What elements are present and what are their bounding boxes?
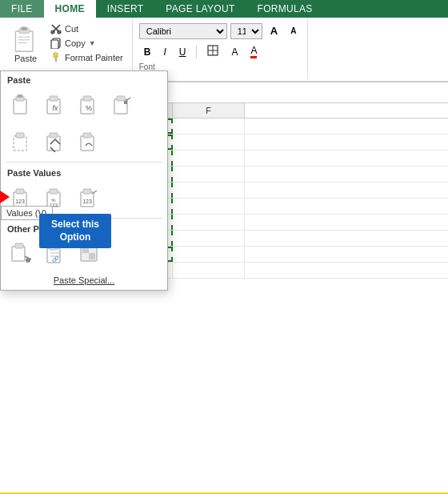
paste-label: Paste xyxy=(14,54,37,63)
cell-f27[interactable] xyxy=(173,118,245,134)
svg-rect-30 xyxy=(14,136,26,151)
col-header-f[interactable]: F xyxy=(173,103,245,118)
font-name-select[interactable]: Calibri xyxy=(139,23,227,39)
cell-f-extra3[interactable] xyxy=(173,247,245,262)
cut-label: Cut xyxy=(65,24,78,34)
svg-rect-13 xyxy=(55,58,57,62)
svg-rect-33 xyxy=(50,133,58,138)
paste-btn-link[interactable] xyxy=(73,125,105,157)
red-arrow-indicator xyxy=(0,191,10,203)
copy-button[interactable]: Copy ▼ xyxy=(48,37,126,50)
italic-button[interactable]: I xyxy=(158,44,170,60)
copy-dropdown-arrow[interactable]: ▼ xyxy=(89,39,96,47)
underline-button[interactable]: U xyxy=(174,44,191,60)
svg-rect-24 xyxy=(83,96,91,101)
svg-text:123: 123 xyxy=(82,199,92,204)
paste-btn-other-1[interactable] xyxy=(6,237,38,269)
paste-icons-row-2 xyxy=(1,123,167,160)
svg-rect-12 xyxy=(54,53,58,58)
bold-button[interactable]: B xyxy=(139,44,156,60)
paste-btn-values-3[interactable]: 123 xyxy=(73,181,105,213)
svg-rect-11 xyxy=(51,40,58,49)
paste-btn-5[interactable] xyxy=(6,125,38,157)
paste-values-title: Paste Values xyxy=(1,164,167,179)
svg-rect-2 xyxy=(22,27,27,31)
paste-dropdown: Paste fx % xyxy=(0,70,168,291)
cell-f28[interactable] xyxy=(173,135,245,150)
svg-rect-34 xyxy=(81,136,94,151)
paste-icons-row-1: fx % xyxy=(1,86,167,123)
clipboard-group-row: Paste Cut Copy ▼ Format Painter xyxy=(6,22,126,76)
clipboard-small-btns: Cut Copy ▼ Format Painter xyxy=(45,22,126,64)
svg-rect-29 xyxy=(124,101,127,104)
paste-btn-1[interactable] xyxy=(6,88,38,120)
tab-file[interactable]: FILE xyxy=(0,0,44,18)
tab-home[interactable]: HOME xyxy=(44,0,96,18)
copy-label: Copy xyxy=(65,38,86,48)
cell-f32[interactable] xyxy=(173,199,245,214)
paste-btn-transpose[interactable] xyxy=(39,125,71,157)
tab-page-layout[interactable]: PAGE LAYOUT xyxy=(154,0,246,18)
paste-section-title: Paste xyxy=(1,71,167,86)
font-row2: B I U A A xyxy=(139,42,302,61)
svg-text:🔗: 🔗 xyxy=(52,255,59,263)
select-option-tooltip: Select this Option xyxy=(39,214,111,248)
format-painter-button[interactable]: Format Painter xyxy=(48,51,126,64)
svg-rect-44 xyxy=(83,189,91,194)
decrease-font-button[interactable]: A xyxy=(286,24,301,38)
svg-rect-40 xyxy=(50,189,58,194)
svg-rect-48 xyxy=(15,243,23,248)
svg-rect-32 xyxy=(47,136,60,151)
svg-text:%: % xyxy=(86,104,92,112)
borders-button[interactable] xyxy=(202,42,223,61)
ribbon-tabs: FILE HOME INSERT PAGE LAYOUT FORMULAS xyxy=(0,0,448,18)
paste-button[interactable]: Paste xyxy=(6,22,45,65)
svg-rect-47 xyxy=(12,247,25,261)
tab-formulas[interactable]: FORMULAS xyxy=(246,0,324,18)
font-color-button[interactable]: A xyxy=(246,42,262,61)
cut-button[interactable]: Cut xyxy=(48,22,126,35)
svg-point-50 xyxy=(26,258,30,263)
svg-rect-37 xyxy=(16,189,24,194)
svg-rect-0 xyxy=(15,31,33,51)
cell-f-extra2[interactable] xyxy=(173,231,245,246)
svg-text:123: 123 xyxy=(15,199,25,204)
font-row1: Calibri 11 A A xyxy=(139,22,302,39)
paste-special-link[interactable]: Paste Special... xyxy=(1,272,167,290)
svg-rect-58 xyxy=(89,253,95,259)
svg-text:fx: fx xyxy=(52,104,58,112)
svg-rect-17 xyxy=(14,99,26,114)
increase-font-button[interactable]: A xyxy=(266,22,282,39)
paste-btn-brush[interactable] xyxy=(106,88,138,120)
cell-f31[interactable] xyxy=(173,183,245,198)
cell-f33[interactable] xyxy=(173,263,245,278)
paste-btn-fx[interactable]: fx xyxy=(39,88,71,120)
fill-color-button[interactable]: A xyxy=(226,44,242,60)
svg-rect-31 xyxy=(16,133,24,138)
svg-rect-35 xyxy=(83,133,91,138)
paste-btn-percent[interactable]: % xyxy=(73,88,105,120)
cell-f30[interactable] xyxy=(173,167,245,182)
cell-f-extra1[interactable] xyxy=(173,215,245,230)
paste-divider-1 xyxy=(6,162,162,163)
font-size-select[interactable]: 11 xyxy=(230,23,262,39)
svg-rect-19 xyxy=(18,94,22,98)
cell-f29[interactable] xyxy=(173,151,245,166)
paste-icon xyxy=(11,24,40,53)
svg-rect-27 xyxy=(117,96,125,101)
tab-insert[interactable]: INSERT xyxy=(96,0,155,18)
svg-rect-21 xyxy=(50,96,58,101)
format-painter-label: Format Painter xyxy=(65,53,123,62)
